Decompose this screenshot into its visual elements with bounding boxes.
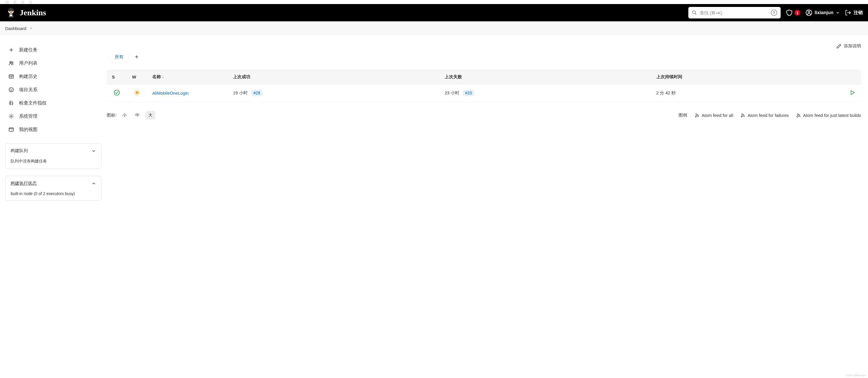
executor-node-text: built-in node (0 of 2 executors busy) <box>11 191 96 196</box>
size-medium-button[interactable]: 中 <box>132 111 143 120</box>
run-build-button[interactable] <box>849 90 855 95</box>
smile-icon <box>8 87 14 93</box>
col-header-last-success[interactable]: 上次成功 <box>228 69 439 84</box>
user-menu[interactable]: lixianjun <box>805 9 840 16</box>
atom-all-link[interactable]: Atom feed for all <box>695 113 733 118</box>
sidebar-item-fingerprint[interactable]: 检查文件指纹 <box>5 96 101 110</box>
icon-size-label: 图标: <box>107 113 117 118</box>
legend-link[interactable]: 图例 <box>679 113 687 118</box>
sidebar-item-label: 构建历史 <box>19 74 37 80</box>
col-header-last-failure[interactable]: 上次失败 <box>439 69 651 84</box>
svg-line-30 <box>135 91 135 91</box>
size-small-button[interactable]: 小 <box>119 111 129 120</box>
sidebar: 新建任务 用户列表 构建历史 项目关系 检查文件指纹 系统管理 <box>0 35 107 209</box>
atom-latest-link[interactable]: Atom feed for just latest builds <box>796 113 861 118</box>
gear-icon <box>8 113 14 119</box>
job-name-link[interactable]: AliMobileOneLogin <box>152 91 189 95</box>
rss-icon <box>695 113 699 118</box>
add-description-button[interactable]: 添加说明 <box>836 43 861 49</box>
svg-point-2 <box>12 11 13 11</box>
svg-point-7 <box>808 11 810 13</box>
view-tabs: 所有 <box>107 51 861 63</box>
user-icon <box>805 9 812 16</box>
table-row: AliMobileOneLogin 19 小时 #28 23 小时 #23 2 … <box>107 84 861 101</box>
rss-icon <box>796 113 801 118</box>
sidebar-item-people[interactable]: 用户列表 <box>5 57 101 70</box>
breadcrumb: Dashboard <box>0 21 868 35</box>
play-icon <box>849 90 855 95</box>
sidebar-item-manage[interactable]: 系统管理 <box>5 110 101 123</box>
chevron-right-icon <box>29 27 33 30</box>
logo[interactable]: Jenkins <box>5 7 46 19</box>
edit-icon <box>836 43 841 49</box>
weather-sunny-icon <box>133 89 141 96</box>
logout-button[interactable]: 注销 <box>845 9 863 16</box>
svg-line-33 <box>138 91 139 91</box>
sidebar-item-label: 我的视图 <box>19 127 37 133</box>
svg-point-17 <box>10 89 11 89</box>
svg-point-37 <box>797 116 797 117</box>
sidebar-item-label: 新建任务 <box>19 47 37 53</box>
chevron-down-icon <box>91 149 96 153</box>
col-header-last-duration[interactable]: 上次持续时间 <box>651 69 844 84</box>
logout-icon <box>845 9 851 16</box>
last-failure-build-link[interactable]: #23 <box>463 90 474 96</box>
executor-status-panel: 构建执行状态 built-in node (0 of 2 executors b… <box>5 176 101 201</box>
svg-marker-34 <box>851 91 855 94</box>
svg-point-18 <box>12 89 12 89</box>
sort-down-icon: ↓ <box>162 75 164 79</box>
col-header-status[interactable]: S <box>107 69 127 84</box>
sidebar-item-project-relationship[interactable]: 项目关系 <box>5 83 101 96</box>
svg-point-4 <box>692 11 695 14</box>
build-queue-empty: 队列中没有构建任务 <box>11 159 96 164</box>
history-icon <box>8 73 14 80</box>
add-tab-button[interactable] <box>131 51 143 63</box>
svg-point-36 <box>741 116 742 117</box>
window-icon <box>8 126 14 133</box>
atom-failures-link[interactable]: Atom feed for failures <box>741 113 789 118</box>
username-label: lixianjun <box>815 10 833 15</box>
tab-all[interactable]: 所有 <box>109 51 129 63</box>
search-icon <box>692 10 697 15</box>
svg-line-32 <box>135 94 135 95</box>
svg-point-11 <box>10 61 11 63</box>
sidebar-item-build-history[interactable]: 构建历史 <box>5 70 101 83</box>
browser-tab-strip: ▢▢▢▢ <box>0 0 868 4</box>
col-header-weather[interactable]: W <box>127 69 147 84</box>
sidebar-item-label: 检查文件指纹 <box>19 100 47 106</box>
svg-point-35 <box>695 116 696 117</box>
last-success-time: 19 小时 <box>233 90 248 95</box>
col-header-name[interactable]: 名称↓ <box>147 69 228 84</box>
search-box[interactable]: ? <box>688 7 781 19</box>
last-duration: 2 分 42 秒 <box>651 84 844 101</box>
sidebar-nav: 新建任务 用户列表 构建历史 项目关系 检查文件指纹 系统管理 <box>5 43 101 136</box>
logout-label: 注销 <box>854 10 863 16</box>
executor-status-toggle[interactable]: 构建执行状态 <box>11 181 96 186</box>
alerts-button[interactable]: 1 <box>786 9 800 16</box>
people-icon <box>8 60 14 66</box>
table-footer: 图标: 小 中 大 图例 Atom feed for all Atom feed… <box>107 111 861 120</box>
svg-point-24 <box>114 90 119 95</box>
plus-icon <box>8 47 14 53</box>
last-failure-time: 23 小时 <box>445 90 459 95</box>
fingerprint-icon <box>8 100 14 106</box>
alert-count-badge: 1 <box>795 10 800 16</box>
sidebar-item-my-views[interactable]: 我的视图 <box>5 123 101 136</box>
brand-text: Jenkins <box>20 8 46 17</box>
help-icon[interactable]: ? <box>771 9 777 16</box>
build-queue-toggle[interactable]: 构建队列 <box>11 148 96 153</box>
size-large-button[interactable]: 大 <box>145 111 155 120</box>
last-success-build-link[interactable]: #28 <box>251 90 262 96</box>
sidebar-item-new-item[interactable]: 新建任务 <box>5 43 101 57</box>
build-queue-panel: 构建队列 队列中没有构建任务 <box>5 143 101 169</box>
plus-icon <box>134 54 139 59</box>
svg-rect-3 <box>10 14 12 16</box>
svg-point-19 <box>11 116 12 117</box>
breadcrumb-item-dashboard[interactable]: Dashboard <box>5 26 26 31</box>
svg-point-12 <box>12 62 13 63</box>
sidebar-item-label: 项目关系 <box>19 87 37 93</box>
svg-line-31 <box>138 94 139 95</box>
main-header: Jenkins ? 1 lixianjun 注销 <box>0 4 868 21</box>
executor-status-title: 构建执行状态 <box>11 181 37 186</box>
search-input[interactable] <box>700 10 768 15</box>
